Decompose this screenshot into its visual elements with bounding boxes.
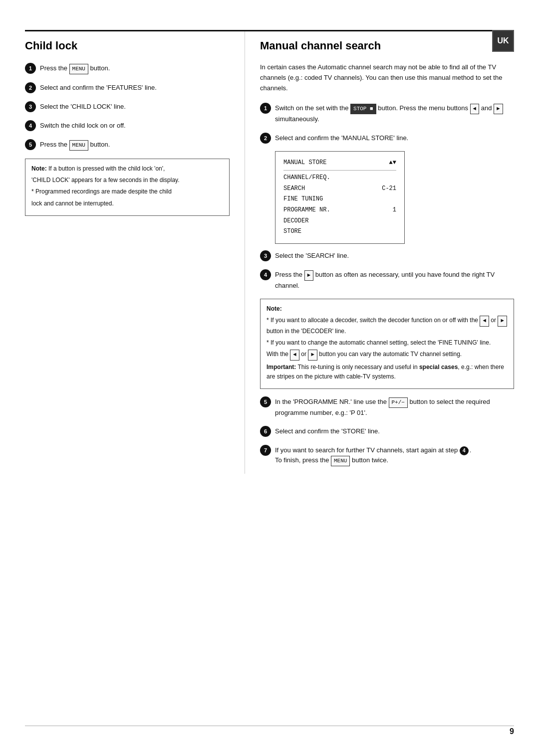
display-row-store: STORE: [283, 226, 396, 237]
intro-text: In certain cases the Automatic channel s…: [260, 62, 514, 93]
display-title-row: MANUAL STORE ▲▼: [283, 158, 396, 169]
step-5-content: Press the MENU button.: [40, 139, 230, 151]
page: UK Child lock 1 Press the MENU button. 2…: [0, 0, 539, 756]
manual-note-box: Note: * If you want to allocate a decode…: [260, 299, 514, 389]
step-circle-3: 3: [25, 101, 36, 112]
display-search-value: C-21: [382, 184, 396, 194]
manual-note-heading: Note:: [267, 304, 508, 314]
step-circle-m4: 4: [260, 269, 271, 280]
step-circle-m5: 5: [260, 396, 271, 407]
child-lock-step-5: 5 Press the MENU button.: [25, 139, 230, 151]
step-circle-2: 2: [25, 82, 36, 93]
manual-search-title: Manual channel search: [260, 39, 514, 52]
display-prog-value: 1: [393, 205, 396, 216]
display-row-decoder: DECODER: [283, 216, 396, 227]
note-line-1: Note: If a button is pressed with the ch…: [31, 164, 223, 174]
child-lock-step-3: 3 Select the 'CHILD LOCK' line.: [25, 101, 230, 112]
child-lock-step-2: 2 Select and confirm the 'FEATURES' line…: [25, 82, 230, 93]
child-lock-step-1: 1 Press the MENU button.: [25, 62, 230, 74]
manual-step-3: 3 Select the 'SEARCH' line.: [260, 250, 514, 261]
stop-button-label: STOP ■: [350, 104, 376, 114]
arrow-right-btn-note-2: ►: [308, 350, 317, 361]
note-line-3: * Programmed recordings are made despite…: [31, 187, 223, 196]
step-circle-m2: 2: [260, 133, 271, 144]
display-row-prog: PROGRAMME NR. 1: [283, 205, 396, 216]
child-lock-section: Child lock 1 Press the MENU button. 2 Se…: [25, 31, 245, 474]
display-prog-label: PROGRAMME NR.: [283, 205, 330, 216]
note-line-2: 'CHILD LOCK' appears for a few seconds i…: [31, 176, 223, 185]
arrow-left-btn-note-2: ◄: [290, 350, 299, 361]
menu-button-label-2: MENU: [69, 140, 88, 151]
display-fine-label: FINE TUNING: [283, 194, 323, 205]
child-lock-note-box: Note: If a button is pressed with the ch…: [25, 159, 230, 216]
uk-label: UK: [497, 36, 509, 45]
bottom-rule: [25, 726, 514, 726]
step-m4-content: Press the ► button as often as necessary…: [275, 269, 514, 291]
manual-store-display-box: MANUAL STORE ▲▼ CHANNEL/FREQ. SEARCH C-2…: [275, 151, 405, 244]
manual-step-1: 1 Switch on the set with the STOP ■ butt…: [260, 102, 514, 124]
display-title: MANUAL STORE: [283, 158, 326, 169]
content-columns: Child lock 1 Press the MENU button. 2 Se…: [25, 31, 514, 474]
step-3-content: Select the 'CHILD LOCK' line.: [40, 101, 230, 112]
uk-badge: UK: [492, 30, 514, 52]
manual-step-5: 5 In the 'PROGRAMME NR.' line use the P+…: [260, 396, 514, 418]
step-m6-content: Select and confirm the 'STORE' line.: [275, 425, 514, 436]
manual-note-line-3: With the ◄ or ► button you can vary the …: [267, 350, 508, 361]
manual-channel-search-section: Manual channel search In certain cases t…: [245, 31, 514, 474]
note-line-4: lock and cannot be interrupted.: [31, 199, 223, 208]
arrow-right-button-2: ►: [304, 270, 314, 281]
step-circle-m1: 1: [260, 103, 271, 114]
menu-button-label-3: MENU: [331, 456, 350, 466]
arrow-right-button-1: ►: [494, 104, 503, 114]
display-row-fine: FINE TUNING: [283, 194, 396, 205]
step-circle-m7: 7: [260, 445, 271, 456]
manual-note-line-1: * If you want to allocate a decoder, swi…: [267, 316, 508, 336]
step-circle-5: 5: [25, 139, 36, 150]
manual-step-2: 2 Select and confirm the 'MANUAL STORE' …: [260, 132, 514, 144]
step-circle-m6: 6: [260, 426, 271, 437]
step-circle-1: 1: [25, 63, 36, 74]
manual-note-line-4: Important: This re-tuning is only necess…: [267, 363, 508, 381]
step-m1-content: Switch on the set with the STOP ■ button…: [275, 102, 514, 124]
arrow-left-button-1: ◄: [470, 104, 480, 114]
arrow-right-btn-note: ►: [498, 316, 507, 327]
manual-step-7: 7 If you want to search for further TV c…: [260, 444, 514, 466]
child-lock-title: Child lock: [25, 39, 230, 52]
menu-button-label-1: MENU: [69, 64, 88, 74]
step-ref-badge: 4: [460, 446, 469, 455]
display-channel-label: CHANNEL/FREQ.: [283, 173, 330, 184]
display-row-search: SEARCH C-21: [283, 184, 396, 194]
display-decoder-label: DECODER: [283, 216, 308, 227]
step-2-content: Select and confirm the 'FEATURES' line.: [40, 82, 230, 93]
display-arrows: ▲▼: [389, 158, 396, 169]
step-m2-content: Select and confirm the 'MANUAL STORE' li…: [275, 132, 514, 143]
display-row-channel: CHANNEL/FREQ.: [283, 173, 396, 184]
step-m5-content: In the 'PROGRAMME NR.' line use the P+/−…: [275, 396, 514, 418]
step-1-content: Press the MENU button.: [40, 62, 230, 74]
manual-step-4: 4 Press the ► button as often as necessa…: [260, 269, 514, 291]
manual-note-line-2: * If you want to change the automatic ch…: [267, 338, 508, 348]
step-4-content: Switch the child lock on or off.: [40, 120, 230, 131]
step-m7-content: If you want to search for further TV cha…: [275, 444, 514, 466]
p-plus-minus-button: P+/−: [389, 397, 408, 408]
child-lock-step-4: 4 Switch the child lock on or off.: [25, 120, 230, 131]
step-m3-content: Select the 'SEARCH' line.: [275, 250, 514, 261]
manual-step-6: 6 Select and confirm the 'STORE' line.: [260, 425, 514, 437]
step-circle-4: 4: [25, 120, 36, 131]
display-search-label: SEARCH: [283, 184, 305, 194]
display-store-label: STORE: [283, 226, 301, 237]
page-number: 9: [510, 727, 514, 736]
step-circle-m3: 3: [260, 250, 271, 261]
arrow-left-btn-note: ◄: [480, 316, 489, 327]
